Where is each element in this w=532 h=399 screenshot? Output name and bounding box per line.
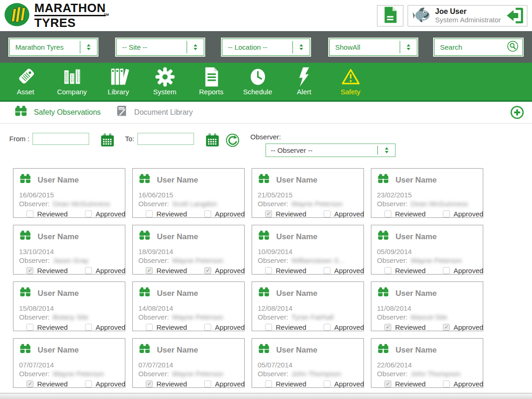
observation-card[interactable]: User Name 21/05/2015 Observer: Wayne Pet… <box>252 168 364 218</box>
observer-filter: Observer: -- Observer -- <box>250 133 396 157</box>
card-observer-line: Observer: Wayne Peterson <box>138 370 239 378</box>
approved-checkbox[interactable] <box>204 267 211 274</box>
tab-safety-observations[interactable]: Safety Observations <box>14 105 101 120</box>
module-nav: Asset Company <box>0 63 532 102</box>
observation-card[interactable]: User Name 16/06/2015 Observer: Scott Lan… <box>132 168 245 218</box>
nav-label: Schedule <box>243 88 272 96</box>
reviewed-checkbox[interactable] <box>384 324 391 331</box>
reviewed-checkbox[interactable] <box>146 267 153 274</box>
reviewed-checkbox[interactable] <box>265 380 272 387</box>
reviewed-checkbox[interactable] <box>384 380 391 387</box>
observation-card[interactable]: User Name 11/08/2014 Observer: Mascot Si… <box>371 281 483 331</box>
approved-checkbox[interactable] <box>443 210 450 217</box>
user-role: System Administrator <box>435 16 501 24</box>
reviewed-checkbox[interactable] <box>146 380 153 387</box>
search-icon[interactable] <box>506 40 519 54</box>
nav-label: Library <box>108 88 129 96</box>
tab-document-library[interactable]: Document Library <box>115 105 193 120</box>
calendar-icon[interactable] <box>205 133 220 147</box>
binoculars-icon <box>258 229 270 244</box>
observation-card[interactable]: User Name 23/02/2015 Observer: Dean McGu… <box>371 168 483 218</box>
company-select[interactable]: Marathon Tyres <box>9 39 97 56</box>
reviewed-checkbox[interactable] <box>384 267 391 274</box>
observation-card[interactable]: User Name 14/08/2014 Observer: Wayne Pet… <box>132 281 245 331</box>
refresh-icon[interactable] <box>225 133 240 148</box>
nav-item-company[interactable]: Company <box>49 66 95 96</box>
approved-checkbox[interactable] <box>443 380 450 387</box>
binoculars-icon <box>258 343 270 357</box>
reviewed-checkbox[interactable] <box>265 210 272 217</box>
show-select[interactable]: ShowAll <box>329 39 417 56</box>
approved-checkbox[interactable] <box>443 324 450 331</box>
reviewed-checkbox[interactable] <box>265 267 272 274</box>
nav-item-reports[interactable]: Reports <box>188 66 234 96</box>
reviewed-label: Reviewed <box>395 210 426 218</box>
card-title: User Name <box>157 232 198 242</box>
card-observer-label: Observer: <box>258 200 288 208</box>
report-button[interactable] <box>377 5 403 26</box>
observation-card[interactable]: User Name 16/06/2015 Observer: Dean McGu… <box>13 168 125 218</box>
reviewed-checkbox[interactable] <box>26 210 33 217</box>
card-date: 22/06/2014 <box>377 361 477 369</box>
approved-checkbox[interactable] <box>324 210 331 217</box>
approved-checkbox[interactable] <box>85 380 92 387</box>
card-observer-line: Observer: John Thompson <box>377 370 477 378</box>
observation-card[interactable]: User Name 22/06/2014 Observer: John Thom… <box>371 338 483 388</box>
to-date-input[interactable] <box>137 133 194 145</box>
card-title: User Name <box>276 289 318 298</box>
approved-checkbox[interactable] <box>324 324 331 331</box>
observation-card[interactable]: User Name 05/07/2014 Observer: John Thom… <box>252 338 364 388</box>
approved-checkbox[interactable] <box>324 267 331 274</box>
location-select[interactable]: -- Location -- <box>222 39 310 56</box>
approved-checkbox[interactable] <box>443 267 450 274</box>
observation-card[interactable]: User Name 15/08/2014 Observer: Botany Si… <box>13 281 125 331</box>
nav-item-library[interactable]: Library <box>95 66 142 96</box>
reviewed-checkbox[interactable] <box>146 324 153 331</box>
reviewed-checkbox[interactable] <box>26 380 33 387</box>
nav-label: Asset <box>17 88 34 96</box>
nav-item-system[interactable]: System <box>142 66 188 96</box>
approved-checkbox[interactable] <box>85 210 92 217</box>
observation-card[interactable]: User Name 18/09/2014 Observer: Wayne Pet… <box>132 225 245 275</box>
reviewed-checkbox[interactable] <box>26 324 33 331</box>
to-label: To: <box>125 135 134 143</box>
card-date: 05/09/2014 <box>377 248 477 255</box>
site-select[interactable]: -- Site -- <box>116 39 204 56</box>
from-label: From : <box>9 135 29 143</box>
nav-label: Safety <box>341 88 361 96</box>
observation-card[interactable]: User Name 07/07/2014 Observer: Wayne Pet… <box>13 338 125 388</box>
from-date-input[interactable] <box>32 133 89 145</box>
approved-checkbox[interactable] <box>204 324 211 331</box>
observation-card[interactable]: User Name 07/07/2014 Observer: Wayne Pet… <box>132 338 245 388</box>
calendar-icon[interactable] <box>100 133 115 147</box>
observation-card[interactable]: User Name 13/10/2014 Observer: Jason Gra… <box>13 225 125 275</box>
card-observer-line: Observer: Wayne Peterson <box>138 313 239 321</box>
reviewed-checkbox[interactable] <box>265 324 272 331</box>
nav-item-schedule[interactable]: Schedule <box>234 66 281 96</box>
search-box <box>434 39 523 56</box>
approved-checkbox[interactable] <box>204 210 211 217</box>
approved-checkbox[interactable] <box>324 380 331 387</box>
approved-checkbox[interactable] <box>204 380 211 387</box>
approved-checkbox[interactable] <box>85 324 92 331</box>
card-observer-name: Mascot Site <box>411 313 447 321</box>
reviewed-checkbox[interactable] <box>384 210 391 217</box>
approved-checkbox[interactable] <box>85 267 92 274</box>
reviewed-label: Reviewed <box>156 323 187 331</box>
nav-item-safety[interactable]: Safety <box>327 66 374 96</box>
search-input[interactable] <box>440 43 506 51</box>
observation-card[interactable]: User Name 12/08/2014 Observer: Tyran Fai… <box>252 281 364 331</box>
nav-item-alert[interactable]: Alert <box>281 66 327 96</box>
observation-card[interactable]: User Name 05/09/2014 Observer: Wayne Pet… <box>371 225 483 275</box>
observation-card[interactable]: User Name 10/09/2014 Observer: Williamst… <box>252 225 364 275</box>
reviewed-checkbox[interactable] <box>26 267 33 274</box>
bottom-scrollbar-track[interactable] <box>0 393 532 399</box>
nav-label: System <box>153 88 176 96</box>
nav-item-asset[interactable]: Asset <box>2 66 49 96</box>
add-observation-button[interactable] <box>510 105 525 120</box>
observer-select[interactable]: -- Observer -- <box>266 144 396 157</box>
logout-icon[interactable] <box>506 7 524 24</box>
card-observer-line: Observer: Botany Site <box>19 313 119 321</box>
reviewed-checkbox[interactable] <box>146 210 153 217</box>
card-checkbox-row: Reviewed Approved <box>258 380 358 388</box>
